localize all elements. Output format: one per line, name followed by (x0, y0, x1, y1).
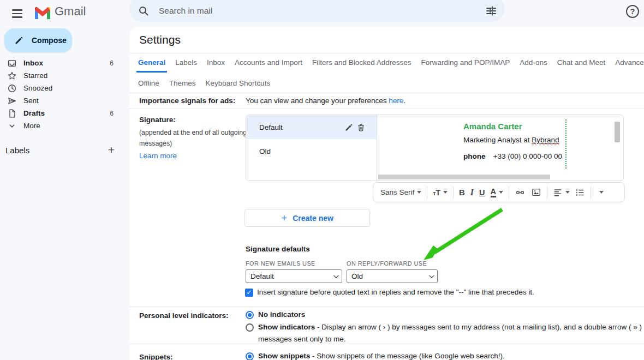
settings-tabs-row2: Offline Themes Keyboard Shortcuts (136, 77, 272, 92)
tab-add-ons[interactable]: Add-ons (518, 57, 548, 73)
horizontal-scrollbar[interactable] (378, 175, 550, 179)
underline-button[interactable]: U (476, 188, 487, 197)
font-size-button[interactable]: тT (430, 188, 450, 197)
labels-title: Labels (5, 146, 108, 155)
chevron-down-icon (443, 191, 448, 194)
gmail-logo-icon (34, 7, 51, 22)
tab-labels[interactable]: Labels (174, 57, 199, 73)
sidebar-item-snoozed[interactable]: Snoozed (0, 82, 124, 94)
sidebar-item-label: Starred (23, 71, 114, 80)
learn-more-link[interactable]: Learn more (139, 152, 177, 160)
personal-indicators-label: Personal level indicators: (139, 311, 229, 320)
insert-link-button[interactable] (512, 187, 528, 198)
tab-advanced[interactable]: Advanced (613, 57, 644, 73)
tab-filters-and-blocked-addresses[interactable]: Filters and Blocked Addresses (311, 57, 413, 73)
divider (129, 307, 644, 307)
text-color-button[interactable]: A (488, 188, 506, 197)
signature-defaults-heading: Signature defaults (246, 245, 310, 253)
signature-item-old[interactable]: Old (246, 139, 377, 163)
tab-inbox[interactable]: Inbox (205, 57, 226, 73)
more-formatting-button[interactable] (594, 191, 606, 194)
no-indicators-option: No indicators (246, 310, 305, 319)
sidebar-item-drafts[interactable]: Drafts 6 (0, 107, 124, 119)
plus-icon: + (281, 212, 287, 224)
chevron-down-icon (429, 273, 434, 278)
signature-subnote-line1: (appended at the end of all outgoing (139, 129, 247, 136)
chevron-down-icon (599, 191, 604, 194)
signature-item-default[interactable]: Default (246, 115, 377, 139)
delete-signature-icon[interactable] (355, 123, 367, 132)
for-new-emails-select[interactable]: Default (246, 269, 342, 283)
search-input[interactable]: Search in mail (159, 6, 485, 16)
divider (129, 109, 644, 109)
tab-forwarding-and-pop-imap[interactable]: Forwarding and POP/IMAP (420, 57, 512, 73)
divider (129, 53, 644, 53)
sidebar-item-more[interactable]: More (0, 119, 124, 132)
signature-preview[interactable]: Amanda Carter Marketing Analyst at Bybra… (377, 115, 623, 181)
sidebar-item-label: Drafts (23, 109, 110, 117)
radio-selected[interactable] (246, 352, 254, 360)
italic-button[interactable]: I (468, 188, 476, 197)
checkbox-checked[interactable]: ✓ (245, 289, 253, 297)
help-button[interactable]: ? (624, 3, 641, 20)
signature-name: Old (259, 147, 367, 155)
inbox-icon (7, 58, 17, 69)
numbered-list-button[interactable] (573, 188, 588, 197)
on-reply-forward-select[interactable]: Old (347, 269, 438, 283)
font-family-select[interactable]: Sans Serif (378, 188, 424, 196)
signature-preview-title: Marketing Analyst at Bybrand (463, 136, 559, 144)
option-text: Show indicators - Display an arrow ( › )… (258, 323, 644, 331)
image-icon (531, 187, 541, 197)
sidebar-item-sent[interactable]: Sent (0, 94, 124, 107)
tab-offline[interactable]: Offline (136, 77, 161, 92)
unread-count: 6 (110, 59, 114, 67)
edit-signature-icon[interactable] (343, 123, 355, 132)
align-left-icon (553, 188, 563, 197)
signature-name: Default (259, 123, 343, 131)
help-icon: ? (626, 5, 639, 18)
divider (129, 344, 644, 344)
numbered-list-icon (575, 188, 585, 197)
hamburger-menu-button[interactable] (9, 5, 31, 22)
gmail-app: Gmail Search in mail ? Compose Inbox (0, 0, 644, 360)
chevron-down-icon (333, 273, 339, 278)
importance-signals-text: You can view and change your preferences… (246, 97, 406, 105)
settings-panel: Settings General Labels Inbox Accounts a… (129, 27, 644, 360)
link-icon (515, 187, 526, 198)
insert-image-button[interactable] (528, 187, 544, 197)
vertical-scrollbar[interactable] (615, 122, 620, 142)
option-text-line2: messages sent only to me. (258, 335, 346, 343)
radio-unselected[interactable] (246, 323, 254, 332)
divider (129, 93, 644, 93)
tab-chat-and-meet[interactable]: Chat and Meet (556, 57, 607, 73)
draft-count: 6 (110, 110, 114, 117)
chevron-down-icon (417, 191, 421, 194)
sidebar-item-label: Sent (23, 97, 114, 105)
signature-list: Default Old (246, 115, 377, 181)
tab-accounts-and-import[interactable]: Accounts and Import (233, 57, 304, 73)
labels-section-header: Labels + (0, 145, 124, 155)
radio-selected[interactable] (246, 311, 254, 319)
chevron-down-icon (565, 191, 570, 194)
compose-pencil-icon (14, 35, 24, 45)
sidebar-item-starred[interactable]: Starred (0, 69, 124, 82)
here-link[interactable]: here (389, 97, 403, 105)
search-bar[interactable]: Search in mail (129, 0, 505, 22)
signature-divider-dotted (565, 119, 567, 169)
tab-keyboard-shortcuts[interactable]: Keyboard Shortcuts (204, 77, 272, 92)
tab-general[interactable]: General (136, 57, 167, 73)
star-icon (7, 70, 17, 81)
sidebar-nav: Inbox 6 Starred Snoozed Sent (0, 57, 124, 132)
bold-button[interactable]: B (456, 188, 468, 197)
create-new-signature-button[interactable]: + Create new (245, 209, 370, 227)
compose-button[interactable]: Compose (4, 28, 72, 52)
sidebar-item-inbox[interactable]: Inbox 6 (0, 57, 124, 69)
signature-label: Signature: (139, 116, 176, 124)
search-icon[interactable] (138, 5, 149, 16)
tab-themes[interactable]: Themes (168, 77, 198, 92)
search-filters-icon[interactable] (485, 5, 497, 17)
create-label-button[interactable]: + (108, 145, 115, 155)
align-button[interactable] (550, 188, 573, 197)
bybrand-link: Bybrand (532, 136, 559, 144)
importance-signals-label: Importance signals for ads: (139, 97, 235, 105)
